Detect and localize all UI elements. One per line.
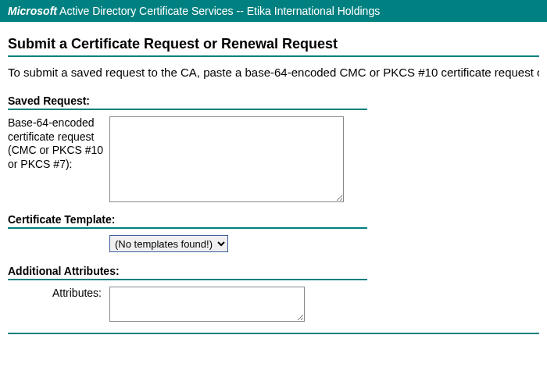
main-content: Submit a Certificate Request or Renewal …	[0, 22, 547, 340]
cert-template-select[interactable]: (No templates found!)	[109, 235, 228, 252]
cert-template-field: (No templates found!)	[109, 235, 539, 252]
saved-request-textarea[interactable]	[109, 116, 344, 202]
header-banner: Microsoft Active Directory Certificate S…	[0, 0, 547, 22]
product-name: Active Directory Certificate Services	[57, 5, 234, 17]
attributes-textarea[interactable]	[109, 287, 305, 322]
saved-request-label: Base-64-encoded certificate request (CMC…	[8, 116, 109, 171]
banner-separator: --	[234, 5, 247, 17]
org-name: Etika International Holdings	[247, 5, 380, 17]
saved-request-row: Base-64-encoded certificate request (CMC…	[8, 116, 539, 202]
cert-template-rule	[8, 227, 367, 229]
bottom-rule	[8, 333, 539, 334]
saved-request-rule	[8, 109, 367, 110]
saved-request-heading: Saved Request:	[8, 94, 539, 107]
additional-attributes-heading: Additional Attributes:	[8, 265, 539, 277]
page-title: Submit a Certificate Request or Renewal …	[8, 36, 539, 52]
attributes-row: Attributes:	[8, 287, 539, 322]
brand-name: Microsoft	[8, 5, 57, 17]
title-rule	[8, 55, 539, 57]
additional-attributes-rule	[8, 279, 367, 280]
instructions-text: To submit a saved request to the CA, pas…	[8, 65, 539, 80]
attributes-label: Attributes:	[8, 287, 109, 301]
cert-template-heading: Certificate Template:	[8, 213, 539, 226]
